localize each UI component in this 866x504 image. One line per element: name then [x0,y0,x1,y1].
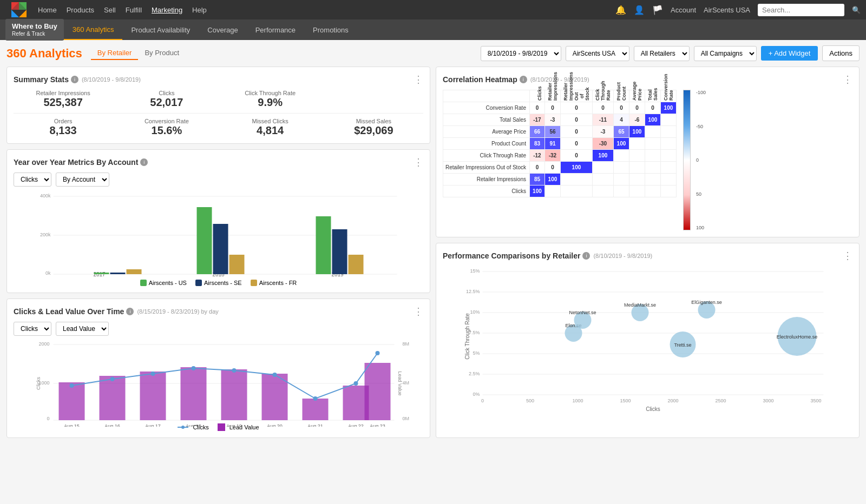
stat-missed-sales: Missed Sales $29,069 [324,118,423,137]
yoy-header: Year over Year Metrics By Account i ⋮ [14,156,423,168]
bell-icon[interactable]: 🔔 [615,5,626,15]
flag-icon: 🏳️ [652,5,663,15]
stat-orders-label: Orders [14,118,113,124]
top-nav-links: Home Products Sell Fulfill Marketing Hel… [38,6,207,14]
svg-text:7.5%: 7.5% [469,330,480,335]
legend-us-label: Airscents - US [149,280,187,286]
summary-stats-info-icon[interactable]: i [71,76,78,83]
svg-text:400k: 400k [40,193,51,198]
clicks-lead-date: (8/15/2019 - 8/23/2019) by day [137,308,218,315]
svg-text:Tretti.se: Tretti.se [674,342,691,348]
legend-fr: Airscents - FR [251,280,297,286]
nav-help[interactable]: Help [192,6,207,14]
subnav-promotions[interactable]: Promotions [304,19,357,40]
yoy-info-icon[interactable]: i [140,158,148,166]
subnav-coverage[interactable]: Coverage [199,19,246,40]
svg-text:1000: 1000 [572,398,583,403]
stat-ctr: Click Through Rate 9.9% [221,90,320,109]
heatmap-menu[interactable]: ⋮ [843,74,852,85]
yoy-group-select[interactable]: By Account [56,173,109,187]
scatter-svg: 15% 12.5% 10% 7.5% 5% 2.5% 0% [443,266,852,417]
stats-row-2: Orders 8,133 Conversion Rate 15.6% Misse… [14,118,423,137]
legend-fr-dot [251,280,257,286]
clicks-lead-menu[interactable]: ⋮ [414,306,423,317]
legend-se-label: Airscents - SE [204,280,242,286]
svg-rect-16 [94,273,109,274]
subnav-performance[interactable]: Performance [247,19,304,40]
stat-orders-value: 8,133 [14,124,113,137]
svg-marker-3 [11,10,19,17]
svg-text:Aug 22: Aug 22 [348,423,364,427]
account-label[interactable]: Account [671,6,696,14]
tab-bar: By Retailer By Product [91,47,186,60]
lead-metric-select[interactable]: Lead Value [56,322,109,336]
subnav-availability[interactable]: Product Availability [122,19,199,40]
summary-stats-menu[interactable]: ⋮ [414,74,423,85]
clicks-lead-card: Clicks & Lead Value Over Time i (8/15/20… [6,299,430,438]
user-icon[interactable]: 👤 [634,5,645,15]
svg-text:NetonNet.se: NetonNet.se [569,310,596,315]
account-filter[interactable]: AirScents USA [566,46,629,61]
search-input[interactable] [758,4,844,16]
nav-products[interactable]: Products [67,6,94,14]
stat-retailer-impressions-value: 525,387 [14,96,113,109]
heatmap-info-icon[interactable]: i [520,76,527,83]
svg-rect-42 [365,363,391,420]
svg-rect-24 [349,255,364,274]
logo [5,0,32,19]
sub-nav: Where to Buy Refer & Track 360 Analytics… [0,19,866,40]
tab-by-retailer[interactable]: By Retailer [91,47,139,60]
svg-rect-38 [221,369,247,420]
svg-rect-20 [213,224,228,274]
performance-menu[interactable]: ⋮ [843,250,852,262]
svg-text:Aug 21: Aug 21 [307,423,323,427]
yoy-title: Year over Year Metrics By Account [14,158,138,167]
svg-text:8M: 8M [403,341,410,347]
clicks-metric-select[interactable]: Clicks [14,322,51,336]
heatmap-content: ClicksRetailer ImpressionsRetailer Impre… [443,90,852,230]
stat-missed-sales-value: $29,069 [324,124,423,137]
performance-card: Performance Comparisons by Retailer i (8… [436,243,860,438]
svg-point-44 [110,377,115,381]
nav-marketing[interactable]: Marketing [152,6,182,14]
svg-point-48 [273,373,277,377]
svg-rect-37 [181,367,207,420]
page-title: 360 Analytics [6,47,82,61]
region-label[interactable]: AirScents USA [704,6,750,14]
logo-icon [9,0,29,19]
actions-button[interactable]: Actions [822,45,860,61]
legend-us: Airscents - US [140,280,187,286]
clicks-lead-info-icon[interactable]: i [126,308,134,315]
tab-by-product[interactable]: By Product [138,47,186,60]
heatmap-date: (8/10/2019 - 9/8/2019) [530,76,589,83]
nav-home[interactable]: Home [38,6,57,14]
svg-text:200k: 200k [40,232,51,237]
yoy-chart-svg: 400k 200k 0k 2017 2018 2019 [14,191,423,277]
nav-sell[interactable]: Sell [104,6,116,14]
svg-point-43 [70,383,74,388]
subnav-analytics[interactable]: 360 Analytics [64,19,123,40]
add-widget-button[interactable]: + Add Widget [761,46,818,61]
svg-marker-4 [19,10,27,17]
stat-missed-clicks: Missed Clicks 4,814 [221,118,320,137]
summary-stats-date: (8/10/2019 - 9/8/2019) [82,76,141,83]
yoy-metric-select[interactable]: Clicks [14,173,51,187]
stat-conv-rate: Conversion Rate 15.6% [117,118,216,137]
colorbar-wrapper: -100-50050100 [683,90,694,230]
yoy-menu[interactable]: ⋮ [414,156,423,168]
top-nav: Home Products Sell Fulfill Marketing Hel… [0,0,866,19]
date-range-filter[interactable]: 8/10/2019 - 9/8/2019 [481,46,561,61]
svg-text:ElGiganten.se: ElGiganten.se [691,300,722,305]
page-content: 360 Analytics By Retailer By Product 8/1… [0,40,866,443]
colorbar-labels: -100-50050100 [696,90,706,230]
performance-title: Performance Comparisons by Retailer [443,251,580,260]
nav-fulfill[interactable]: Fulfill [126,6,142,14]
campaign-filter[interactable]: All Campaigns [694,46,757,61]
svg-rect-22 [316,216,331,274]
retailer-filter[interactable]: All Retailers [634,46,690,61]
search-icon[interactable]: 🔍 [852,6,861,14]
page-filters: 8/10/2019 - 9/8/2019 AirScents USA All R… [481,45,860,61]
legend-us-dot [140,280,147,286]
performance-info-icon[interactable]: i [582,252,590,260]
svg-rect-35 [100,376,126,420]
